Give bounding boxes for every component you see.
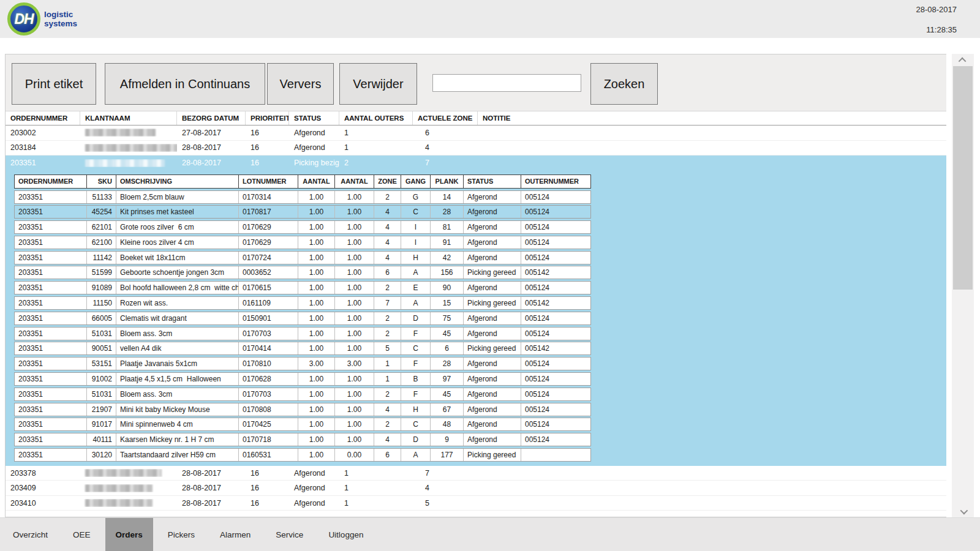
detail-cell: 28 [431, 206, 464, 218]
detail-cell: 005124 [521, 388, 590, 400]
tab-service[interactable]: Service [265, 518, 314, 551]
detail-col-header-8-plank[interactable]: PLANK [431, 175, 464, 188]
orders-col-header-ordernummer[interactable]: ORDERNUMMER [6, 111, 80, 125]
detail-cell: 0.00 [335, 449, 374, 461]
order-row-203351[interactable]: 20335128-08-201716Picking bezig27 [6, 156, 946, 171]
detail-cell: E [401, 282, 431, 294]
orders-col-header-notitie[interactable]: NOTITIE [478, 111, 946, 125]
detail-cell: Bol hoofd halloween 2,8 cm witte choc [116, 282, 239, 294]
detail-row[interactable]: 20335130120Taartstandaard zilver H59 cm0… [14, 448, 591, 462]
detail-cell: 203351 [15, 236, 87, 249]
detail-cell: Afgerond [464, 206, 521, 218]
detail-row[interactable]: 20335151031Bloem ass. 3cm01707031.001.00… [14, 388, 591, 401]
tab-alarmen[interactable]: Alarmen [209, 518, 261, 551]
verwijder-button[interactable]: Verwijder [339, 63, 417, 105]
detail-row[interactable]: 20335151031Bloem ass. 3cm01707031.001.00… [14, 327, 591, 340]
detail-row[interactable]: 20335191002Plaatje 4,5 x1,5 cm Halloween… [14, 372, 591, 386]
detail-cell: 11142 [87, 252, 116, 264]
orders-col-header-bezorg-datum[interactable]: BEZORG DATUM [177, 111, 246, 125]
detail-row[interactable]: 20335121907Mini kit baby Mickey Mouse017… [14, 403, 591, 416]
tab-orders[interactable]: Orders [105, 518, 153, 551]
detail-cell: 1.00 [335, 418, 374, 430]
detail-cell: 97 [431, 373, 464, 385]
detail-cell: 66005 [87, 312, 116, 324]
detail-row[interactable]: 20335191089Bol hoofd halloween 2,8 cm wi… [14, 281, 591, 294]
order-row-203409[interactable]: 20340928-08-201716Afgerond14 [6, 481, 946, 496]
orders-col-header-actuele-zone[interactable]: ACTUELE ZONE [413, 111, 478, 125]
detail-row[interactable]: 20335140111Kaarsen Mickey nr. 1 H 7 cm01… [14, 433, 591, 446]
datetime: 28-08-2017 11:28:35 [916, 5, 957, 34]
search-input[interactable] [432, 74, 581, 92]
detail-row[interactable]: 20335151133Bloem 2,5cm blauw01703141.001… [14, 190, 591, 204]
detail-cell: 0170808 [239, 403, 298, 416]
afmelden-in-continuans-button[interactable]: Afmelden in Continuans [105, 63, 265, 105]
detail-col-header-9-status[interactable]: STATUS [464, 175, 521, 188]
detail-cell: Afgerond [464, 312, 521, 324]
detail-row[interactable]: 20335162100Kleine roos zilver 4 cm017062… [14, 236, 591, 249]
detail-cell: 81 [431, 221, 464, 233]
orders-col-header-aantal-outers[interactable]: AANTAL OUTERS [339, 111, 413, 125]
order-cell-actuele_zone: 7 [413, 159, 478, 167]
detail-row[interactable]: 20335153151Plaatje Javanais 5x1cm0170810… [14, 357, 591, 370]
ververs-button[interactable]: Ververs [267, 63, 334, 105]
scrollbar-thumb[interactable] [953, 66, 973, 290]
order-cell-klantnaam [80, 159, 177, 167]
detail-cell: Afgerond [464, 252, 521, 264]
zoeken-button[interactable]: Zoeken [590, 63, 658, 105]
detail-col-header-10-outernummer[interactable]: OUTERNUMMER [521, 175, 590, 188]
detail-cell: 203351 [15, 358, 87, 370]
detail-cell: 005124 [521, 433, 590, 446]
detail-cell: 203351 [15, 206, 87, 218]
detail-row[interactable]: 20335151599Geboorte schoentje jongen 3cm… [14, 266, 591, 279]
detail-col-header-6-zone[interactable]: ZONE [374, 175, 401, 188]
detail-cell: 005124 [521, 403, 590, 416]
tab-overzicht[interactable]: Overzicht [2, 518, 58, 551]
detail-cell: 1.00 [298, 328, 335, 340]
detail-cell: Afgerond [464, 221, 521, 233]
detail-col-header-4-aantal[interactable]: AANTAL [298, 175, 335, 188]
detail-cell: 1.00 [335, 388, 374, 400]
detail-cell: F [401, 358, 431, 370]
orders-col-header-klantnaam[interactable]: KLANTNAAM [80, 111, 177, 125]
detail-row[interactable]: 20335166005Clematis wit dragant01509011.… [14, 312, 591, 325]
detail-row[interactable]: 20335111150Rozen wit ass.01611091.001.00… [14, 296, 591, 310]
order-row-203002[interactable]: 20300227-08-201716Afgerond16 [6, 126, 946, 141]
tab-oee[interactable]: OEE [62, 518, 101, 551]
order-row-203184[interactable]: 20318428-08-201716Afgerond14 [6, 141, 946, 156]
detail-cell: 1.00 [298, 252, 335, 264]
orders-col-header-status[interactable]: STATUS [289, 111, 339, 125]
print-etiket-button[interactable]: Print etiket [12, 63, 96, 105]
detail-col-header-5-aantal[interactable]: AANTAL [335, 175, 374, 188]
detail-col-header-2-omschrijving[interactable]: OMSCHRIJVING [116, 175, 239, 188]
detail-cell: 0170703 [239, 388, 298, 400]
detail-cell: 1.00 [298, 221, 335, 233]
detail-col-header-0-ordernummer[interactable]: ORDERNUMMER [15, 175, 87, 188]
order-cell-status: Picking bezig [289, 159, 339, 167]
tab-uitloggen[interactable]: Uitloggen [318, 518, 374, 551]
orders-col-header-prioriteit[interactable]: PRIORITEIT [246, 111, 289, 125]
detail-col-header-7-gang[interactable]: GANG [401, 175, 431, 188]
detail-cell: Mini spinnenweb 4 cm [116, 418, 239, 430]
detail-row[interactable]: 20335190051vellen A4 dik01704141.001.005… [14, 342, 591, 355]
detail-cell: vellen A4 dik [116, 342, 239, 354]
order-cell-ordernummer: 203378 [6, 469, 80, 478]
detail-row[interactable]: 20335111142Boeket wit 18x11cm01707241.00… [14, 251, 591, 264]
order-row-203378[interactable]: 20337828-08-201716Afgerond17 [6, 466, 946, 481]
detail-cell: Boeket wit 18x11cm [116, 252, 239, 264]
detail-col-header-3-lotnummer[interactable]: LOTNUMMER [239, 175, 298, 188]
order-cell-klantnaam [80, 144, 177, 152]
detail-row[interactable]: 20335145254Kit prinses met kasteel017081… [14, 205, 591, 219]
detail-cell: 51133 [87, 191, 116, 203]
scroll-down-button[interactable] [952, 505, 974, 517]
detail-cell: Bloem ass. 3cm [116, 388, 239, 400]
detail-cell: 62100 [87, 236, 116, 249]
detail-row[interactable]: 20335191017Mini spinnenweb 4 cm01704251.… [14, 418, 591, 431]
vertical-scrollbar[interactable] [952, 54, 974, 517]
scroll-up-button[interactable] [952, 54, 974, 66]
detail-col-header-1-sku[interactable]: SKU [87, 175, 116, 188]
order-row-203410[interactable]: 20341028-08-201716Afgerond15 [6, 496, 946, 511]
tab-pickers[interactable]: Pickers [157, 518, 205, 551]
detail-cell: 203351 [15, 328, 87, 340]
detail-cell: 0170629 [239, 221, 298, 233]
detail-row[interactable]: 20335162101Grote roos zilver 6 cm0170629… [14, 220, 591, 234]
